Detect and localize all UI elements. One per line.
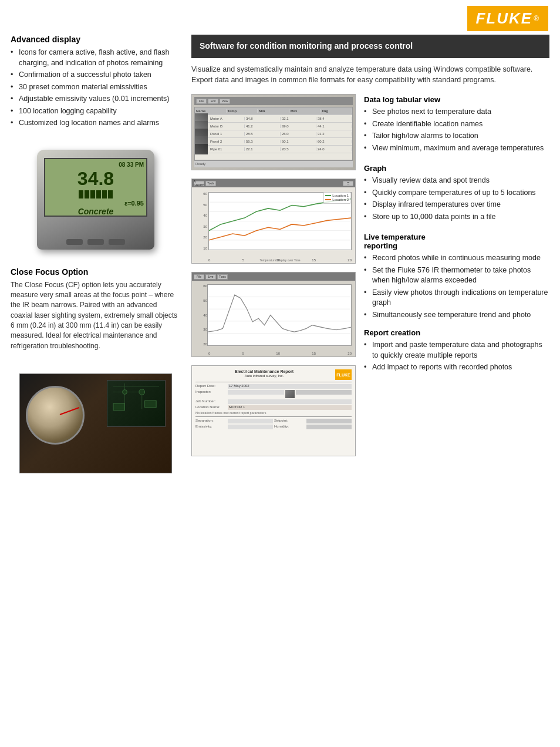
report-location-field: Location Name: MOTOR 1 [195, 405, 352, 410]
bar-5 [102, 190, 107, 198]
report-note: No location frames met current report pa… [195, 411, 352, 415]
device-btn-3 [109, 239, 125, 245]
logo-bar: FLUKE® [0, 0, 560, 35]
advanced-display-list: Icons for camera active, flash active, a… [11, 48, 181, 129]
data-log-screen-sim: File Edit View Name Temp Min Max Img [192, 95, 355, 170]
list-item: Set the Fluke 576 IR thermometer to take… [364, 265, 549, 286]
descriptions-column: Data log tabular view See photos next to… [364, 94, 549, 465]
toolbar-btn: File [194, 274, 204, 280]
graph-list: Visually review data and spot trends Qui… [364, 176, 549, 222]
data-log-title: Data log tabular view [364, 95, 549, 104]
table-cell: 55.3 [245, 140, 281, 143]
table-row: Panel 1 28.5 26.0 31.2 [195, 130, 352, 138]
close-focus-image [19, 374, 172, 473]
legend-color-1 [325, 195, 331, 196]
list-item: Quickly compare temperatures of up to 5 … [364, 188, 549, 198]
report-date-field: Report Date: 17 May 2002 [195, 384, 352, 389]
report-screen-sim: FLUKE Electrical Maintenance Report Auto… [192, 366, 355, 456]
screen-toolbar-1: File Edit View [194, 97, 353, 105]
table-row: Panel 2 55.3 50.1 60.2 [195, 138, 352, 146]
status-bar: Ready [194, 160, 353, 167]
svg-point-4 [123, 390, 127, 395]
graph-x-title: Temperature Display over Time [208, 258, 352, 262]
report-emissivity-label: Emissivity: [195, 425, 228, 428]
report-emissivity-field: Emissivity: Humidity: [195, 425, 352, 429]
table-cell: Panel 1 [209, 132, 245, 136]
advanced-display-title: Advanced display [11, 35, 181, 44]
legend-label-1: Location 1 [332, 194, 349, 197]
table-cell: 20.5 [281, 147, 316, 151]
toolbar-btn: Live [205, 274, 216, 280]
list-item: Create identifiable location names [364, 119, 549, 130]
bar-1 [79, 190, 83, 198]
list-item: Easily view photos through indications o… [364, 288, 549, 308]
fluke-logo: FLUKE® [467, 6, 548, 31]
table-header-cell: Max [289, 109, 321, 113]
list-item: See photos next to temperature data [364, 107, 549, 117]
report-emissivity-value [228, 425, 273, 429]
device-btn-2 [87, 239, 104, 245]
table-cell: 32.1 [281, 117, 316, 120]
report-title: Electrical Maintenance Report Auto infra… [195, 369, 352, 378]
table-header-cell: Temp [227, 109, 258, 113]
main-content: Advanced display Icons for camera active… [0, 35, 560, 473]
report-humidity-label: Humidity: [274, 425, 306, 428]
legend-item-2: Location 2 [325, 198, 349, 201]
svg-rect-6 [113, 403, 125, 410]
graph-yaxis: 605040302010 [193, 192, 207, 250]
svg-rect-7 [145, 401, 157, 408]
report-title-label: Report creation [364, 328, 549, 337]
report-setpoint-value [306, 419, 352, 423]
toolbar-btn: Tools [217, 274, 228, 280]
gauge-circle [26, 386, 85, 445]
bar-4 [96, 190, 101, 198]
table-cell: 60.2 [316, 140, 352, 143]
data-log-list: See photos next to temperature data Crea… [364, 107, 549, 153]
live-temp-screenshot: File Live Tools [191, 272, 356, 357]
report-list: Import and paste temperature data and ph… [364, 340, 549, 373]
report-date-value: 17 May 2002 [228, 384, 352, 389]
left-column: Advanced display Icons for camera active… [11, 35, 181, 473]
list-item: 30 preset common material emissivities [11, 82, 181, 93]
table-cell: 31.2 [316, 132, 352, 136]
close-focus-body: The Close Focus (CF) option lets you acc… [11, 280, 181, 352]
inspector-photo [285, 390, 295, 398]
list-item: Tailor high/low alarms to location [364, 131, 549, 142]
live-xaxis: 05101520 [208, 352, 352, 355]
live-graph-area [207, 284, 352, 346]
list-item: Import and paste temperature data and ph… [364, 340, 549, 361]
table-header-cell: Min [258, 109, 289, 113]
report-inspector-value [228, 390, 284, 395]
report-inspector-label: Inspector: [195, 390, 228, 393]
table-cell: 50.1 [281, 140, 316, 143]
software-title: Software for condition monitoring and pr… [200, 41, 541, 52]
table-cell: 24.0 [316, 147, 352, 151]
list-item: Add impact to reports with recorded phot… [364, 362, 549, 373]
table-cell: Motor B [209, 124, 245, 128]
table-cell: 41.2 [245, 124, 281, 128]
report-sep-label: Separation: [195, 419, 228, 422]
live-toolbar: File Live Tools [192, 272, 355, 281]
live-yaxis: 6050403020 [193, 284, 207, 346]
report-divider-1 [195, 382, 352, 382]
device-material: Concrete [78, 207, 114, 216]
right-column: Software for condition monitoring and pr… [191, 35, 549, 473]
graph-legend: Location 1 Location 2 [323, 192, 350, 204]
report-sep-value [228, 419, 273, 423]
live-temp-feature: Live temperaturereporting Record photos … [364, 233, 549, 320]
software-description: Visualize and systematically maintain an… [191, 64, 549, 86]
table-cell: 34.8 [245, 117, 281, 120]
report-separation-field: Separation: Setpoint: [195, 419, 352, 423]
report-divider-2 [195, 416, 352, 417]
table-cell: 44.1 [316, 124, 352, 128]
device-image: 08 33 PM 34.8 ε=0.95 Concrete [28, 150, 163, 261]
live-temp-list: Record photos while in continuous measur… [364, 253, 549, 320]
graph-toolbar: A GRAPH Tools ☰ [192, 179, 355, 187]
table-cell: Motor A [209, 117, 245, 120]
list-item: Simultaneously see temperature trend and… [364, 310, 549, 321]
toolbar-view: View [220, 99, 230, 104]
circuit-board [107, 380, 166, 427]
live-temp-title: Live temperaturereporting [364, 233, 549, 250]
report-job-value [228, 399, 352, 404]
list-item: 100 location logging capability [11, 106, 181, 117]
